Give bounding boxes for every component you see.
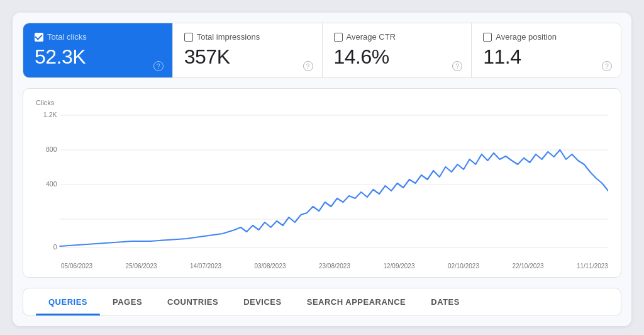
metric-value-average-ctr: 14.6% — [334, 45, 459, 69]
checkbox-total-impressions[interactable] — [184, 33, 193, 42]
chart-y-label: Clicks — [36, 99, 608, 106]
checkbox-total-clicks[interactable] — [35, 33, 43, 42]
metric-label-total-impressions: Total impressions — [184, 32, 309, 42]
x-label-4: 23/08/2023 — [319, 263, 350, 270]
tabs-row: QUERIES PAGES COUNTRIES DEVICES SEARCH A… — [23, 288, 621, 316]
metrics-row: Total clicks 52.3K ? Total impressions 3… — [23, 23, 621, 78]
help-icon-average-position[interactable]: ? — [602, 61, 612, 71]
tab-dates[interactable]: DATES — [418, 288, 472, 315]
chart-container: Clicks 1.2K 800 400 0 05/06/2023 — [23, 88, 621, 278]
x-label-6: 02/10/2023 — [448, 263, 479, 270]
tab-countries[interactable]: COUNTRIES — [155, 288, 231, 315]
help-icon-total-clicks[interactable]: ? — [153, 61, 164, 71]
metric-label-average-position: Average position — [483, 32, 608, 42]
x-label-2: 14/07/2023 — [190, 263, 221, 270]
x-label-1: 25/06/2023 — [125, 263, 157, 270]
x-label-0: 05/06/2023 — [61, 263, 92, 270]
x-label-3: 03/08/2023 — [254, 263, 286, 270]
metric-value-average-position: 11.4 — [483, 45, 608, 69]
main-container: Total clicks 52.3K ? Total impressions 3… — [13, 13, 631, 326]
checkbox-average-ctr[interactable] — [334, 33, 343, 42]
checkbox-average-position[interactable] — [483, 33, 492, 42]
x-label-7: 22/10/2023 — [512, 263, 543, 270]
chart-svg: 1.2K 800 400 0 — [36, 109, 608, 260]
metric-average-position[interactable]: Average position 11.4 ? — [472, 23, 621, 77]
metric-total-impressions[interactable]: Total impressions 357K ? — [173, 23, 323, 77]
help-icon-total-impressions[interactable]: ? — [303, 61, 313, 71]
chart-wrapper: 1.2K 800 400 0 — [36, 109, 608, 260]
tab-queries[interactable]: QUERIES — [36, 288, 100, 315]
metric-label-average-ctr: Average CTR — [334, 32, 459, 42]
metric-value-total-clicks: 52.3K — [35, 45, 160, 69]
tab-pages[interactable]: PAGES — [100, 288, 155, 315]
metric-average-ctr[interactable]: Average CTR 14.6% ? — [323, 23, 472, 77]
tab-devices[interactable]: DEVICES — [231, 288, 294, 315]
help-icon-average-ctr[interactable]: ? — [452, 61, 462, 71]
svg-text:1.2K: 1.2K — [43, 111, 57, 118]
svg-text:800: 800 — [46, 145, 57, 153]
metric-label-total-clicks: Total clicks — [35, 32, 160, 42]
svg-text:0: 0 — [53, 243, 57, 251]
metric-value-total-impressions: 357K — [184, 45, 309, 69]
x-label-8: 11/11/2023 — [577, 263, 608, 270]
metric-total-clicks[interactable]: Total clicks 52.3K ? — [23, 23, 173, 77]
svg-text:400: 400 — [46, 180, 57, 188]
x-label-5: 12/09/2023 — [383, 263, 414, 270]
tab-search-appearance[interactable]: SEARCH APPEARANCE — [294, 288, 419, 315]
x-axis-labels: 05/06/2023 25/06/2023 14/07/2023 03/08/2… — [36, 263, 608, 270]
